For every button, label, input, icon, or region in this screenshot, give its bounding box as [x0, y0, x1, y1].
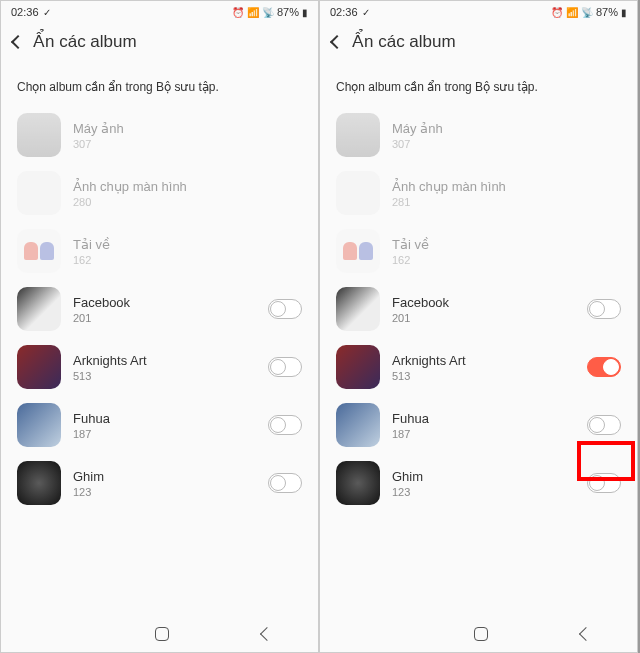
- nav-recent[interactable]: [366, 633, 382, 635]
- album-name: Arknights Art: [392, 353, 575, 368]
- page-title: Ẩn các album: [352, 31, 456, 52]
- album-thumb: [17, 113, 61, 157]
- album-row[interactable]: Arknights Art 513: [328, 338, 629, 396]
- signal-icon: 📡: [581, 7, 593, 18]
- screen-right: 02:36 ✓ ⏰ 📶 📡 87% ▮ Ẩn các album Chọn al…: [319, 0, 638, 653]
- notif-icon: ✓: [362, 7, 370, 18]
- album-name: Facebook: [392, 295, 575, 310]
- alarm-icon: ⏰: [232, 7, 244, 18]
- album-name: Facebook: [73, 295, 256, 310]
- album-row[interactable]: Ghim 123: [9, 454, 310, 512]
- album-count: 162: [73, 254, 302, 266]
- battery-text: 87%: [277, 6, 299, 18]
- nav-home[interactable]: [155, 627, 169, 641]
- album-name: Tải về: [73, 237, 302, 252]
- page-title: Ẩn các album: [33, 31, 137, 52]
- clock: 02:36: [330, 6, 358, 18]
- status-bar: 02:36 ✓ ⏰ 📶 📡 87% ▮: [1, 1, 318, 23]
- album-name: Fuhua: [73, 411, 256, 426]
- album-count: 307: [392, 138, 621, 150]
- album-row[interactable]: Facebook 201: [328, 280, 629, 338]
- clock: 02:36: [11, 6, 39, 18]
- battery-icon: ▮: [302, 7, 308, 18]
- wifi-icon: 📶: [247, 7, 259, 18]
- page-subtitle: Chọn album cần ẩn trong Bộ sưu tập.: [320, 62, 637, 106]
- album-row: Máy ảnh 307: [328, 106, 629, 164]
- toggle-switch[interactable]: [587, 415, 621, 435]
- album-thumb: [336, 113, 380, 157]
- album-thumb: [336, 287, 380, 331]
- album-row: Tải về 162: [9, 222, 310, 280]
- album-thumb: [336, 171, 380, 215]
- status-bar: 02:36 ✓ ⏰ 📶 📡 87% ▮: [320, 1, 637, 23]
- album-thumb: [336, 229, 380, 273]
- nav-home[interactable]: [474, 627, 488, 641]
- nav-back[interactable]: [579, 627, 593, 641]
- header: Ẩn các album: [320, 23, 637, 62]
- album-name: Ghim: [73, 469, 256, 484]
- back-button[interactable]: [330, 34, 344, 48]
- album-name: Ghim: [392, 469, 575, 484]
- album-thumb: [17, 229, 61, 273]
- album-count: 123: [392, 486, 575, 498]
- album-count: 201: [392, 312, 575, 324]
- toggle-switch[interactable]: [587, 473, 621, 493]
- album-row: Ảnh chụp màn hình 281: [328, 164, 629, 222]
- album-count: 187: [392, 428, 575, 440]
- signal-icon: 📡: [262, 7, 274, 18]
- album-thumb: [17, 171, 61, 215]
- toggle-switch[interactable]: [268, 357, 302, 377]
- album-name: Máy ảnh: [392, 121, 621, 136]
- album-name: Arknights Art: [73, 353, 256, 368]
- album-thumb: [17, 461, 61, 505]
- album-count: 513: [73, 370, 256, 382]
- album-list: Máy ảnh 307 Ảnh chụp màn hình 281 Tải về…: [320, 106, 637, 512]
- album-count: 513: [392, 370, 575, 382]
- toggle-switch[interactable]: [268, 299, 302, 319]
- album-count: 280: [73, 196, 302, 208]
- album-thumb: [17, 403, 61, 447]
- album-thumb: [17, 345, 61, 389]
- alarm-icon: ⏰: [551, 7, 563, 18]
- toggle-switch[interactable]: [268, 473, 302, 493]
- nav-recent[interactable]: [47, 633, 63, 635]
- battery-text: 87%: [596, 6, 618, 18]
- album-count: 162: [392, 254, 621, 266]
- album-name: Máy ảnh: [73, 121, 302, 136]
- album-row[interactable]: Fuhua 187: [328, 396, 629, 454]
- album-row: Ảnh chụp màn hình 280: [9, 164, 310, 222]
- album-row[interactable]: Arknights Art 513: [9, 338, 310, 396]
- nav-back[interactable]: [260, 627, 274, 641]
- album-row: Máy ảnh 307: [9, 106, 310, 164]
- album-thumb: [336, 345, 380, 389]
- album-count: 307: [73, 138, 302, 150]
- album-name: Ảnh chụp màn hình: [73, 179, 302, 194]
- page-subtitle: Chọn album cần ẩn trong Bộ sưu tập.: [1, 62, 318, 106]
- album-row[interactable]: Fuhua 187: [9, 396, 310, 454]
- album-name: Fuhua: [392, 411, 575, 426]
- album-list: Máy ảnh 307 Ảnh chụp màn hình 280 Tải về…: [1, 106, 318, 512]
- album-thumb: [336, 461, 380, 505]
- screen-left: 02:36 ✓ ⏰ 📶 📡 87% ▮ Ẩn các album Chọn al…: [0, 0, 319, 653]
- battery-icon: ▮: [621, 7, 627, 18]
- toggle-switch[interactable]: [268, 415, 302, 435]
- album-name: Ảnh chụp màn hình: [392, 179, 621, 194]
- album-thumb: [336, 403, 380, 447]
- album-row[interactable]: Facebook 201: [9, 280, 310, 338]
- header: Ẩn các album: [1, 23, 318, 62]
- nav-bar: [320, 616, 637, 652]
- album-row[interactable]: Ghim 123: [328, 454, 629, 512]
- album-count: 281: [392, 196, 621, 208]
- back-button[interactable]: [11, 34, 25, 48]
- wifi-icon: 📶: [566, 7, 578, 18]
- album-thumb: [17, 287, 61, 331]
- toggle-switch[interactable]: [587, 357, 621, 377]
- album-row: Tải về 162: [328, 222, 629, 280]
- album-count: 123: [73, 486, 256, 498]
- nav-bar: [1, 616, 318, 652]
- toggle-switch[interactable]: [587, 299, 621, 319]
- notif-icon: ✓: [43, 7, 51, 18]
- album-name: Tải về: [392, 237, 621, 252]
- album-count: 201: [73, 312, 256, 324]
- album-count: 187: [73, 428, 256, 440]
